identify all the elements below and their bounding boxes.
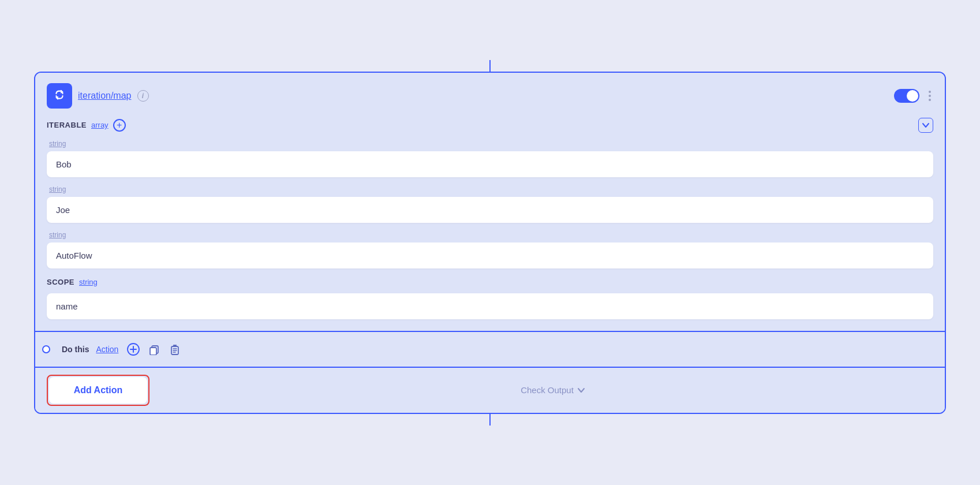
add-circle-icon [127,343,140,356]
connector-bottom [489,414,491,426]
scope-section: SCOPE string [47,278,933,319]
scope-label: SCOPE [47,278,74,286]
item-2-input[interactable] [47,242,933,268]
iterable-item-2: string [47,231,933,268]
action-icons-group [125,341,183,357]
add-action-button[interactable]: Add Action [49,377,147,404]
copy-icon-button[interactable] [146,341,162,357]
connector-dot [42,345,50,353]
collapse-button[interactable] [918,118,933,133]
add-action-icon[interactable] [125,341,141,357]
header-left: iteration/map i [47,83,149,109]
item-0-input[interactable] [47,151,933,177]
iterable-section-header: ITERABLE array + [47,118,933,133]
action-type-link[interactable]: Action [96,345,118,354]
node-content: ITERABLE array + string string [35,118,945,331]
copy-icon [148,344,160,355]
bottom-bar: Add Action Check Output [35,367,945,413]
clipboard-icon [169,344,181,355]
scope-type[interactable]: string [79,278,98,286]
node-icon [47,83,72,109]
info-icon[interactable]: i [137,90,149,102]
add-iterable-button[interactable]: + [113,119,126,132]
check-output-label: Check Output [521,385,574,395]
scope-input[interactable] [47,293,933,319]
more-menu-button[interactable] [926,88,933,103]
check-output-button[interactable]: Check Output [161,375,945,405]
node-header: iteration/map i [35,73,945,118]
iterable-label-group: ITERABLE array + [47,119,126,132]
enable-toggle[interactable] [894,89,919,103]
add-action-area: Add Action [35,368,161,413]
check-output-chevron-icon [577,386,585,394]
toggle-knob [907,90,918,102]
chevron-down-icon [922,121,930,129]
iterable-item-0: string [47,140,933,177]
item-0-type-label[interactable]: string [47,140,933,148]
item-1-input[interactable] [47,197,933,223]
svg-rect-4 [150,348,156,355]
iterable-type[interactable]: array [91,121,109,129]
add-action-highlight-box: Add Action [47,375,149,406]
do-this-label: Do this [62,345,89,354]
iteration-map-node: iteration/map i ITERA [34,72,946,414]
do-this-row: Do this Action [35,332,945,367]
item-2-type-label[interactable]: string [47,231,933,239]
scope-label-group: SCOPE string [47,278,933,286]
iterable-label: ITERABLE [47,121,87,129]
item-1-type-label[interactable]: string [47,185,933,193]
workflow-canvas: iteration/map i ITERA [34,60,946,426]
iterable-item-1: string [47,185,933,223]
paste-icon-button[interactable] [167,341,183,357]
connector-top [489,60,491,72]
node-title[interactable]: iteration/map [78,91,132,101]
card-bottom: Do this Action [35,332,945,413]
header-right [894,88,933,103]
